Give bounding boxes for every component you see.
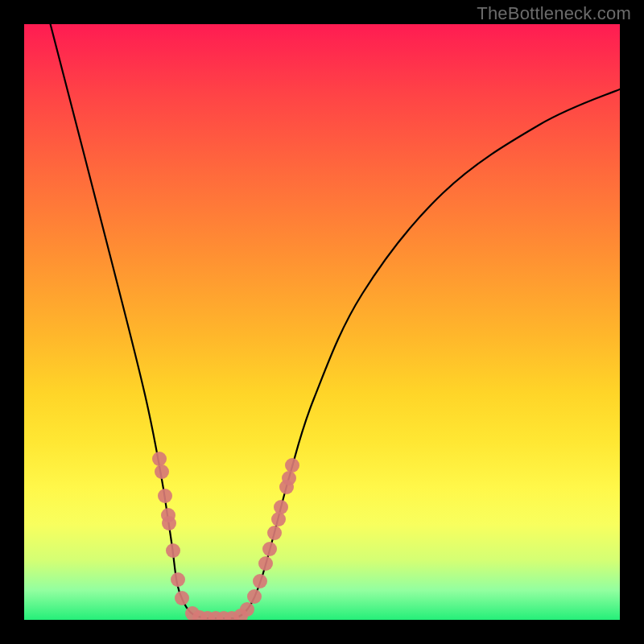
highlight-dot [282, 471, 296, 485]
highlight-dot [247, 589, 262, 604]
highlight-dot [166, 543, 180, 558]
highlight-dot [240, 602, 254, 617]
curve-layer [24, 24, 620, 620]
highlight-dot [253, 574, 267, 588]
curve-left-branch [48, 24, 205, 618]
site-watermark: TheBottleneck.com [477, 3, 631, 24]
highlight-dot [158, 489, 172, 503]
highlight-dot [262, 542, 277, 556]
highlight-dot [162, 516, 176, 530]
plot-area [24, 24, 620, 620]
highlight-dot [267, 526, 282, 540]
highlight-dot [152, 452, 167, 466]
chart-stage: TheBottleneck.com [0, 0, 644, 644]
highlight-dot [274, 500, 288, 514]
highlight-dot [271, 512, 286, 526]
highlight-dot [258, 556, 273, 571]
highlight-dots-group [152, 452, 299, 620]
highlight-dot [171, 572, 185, 587]
highlight-dot [175, 591, 189, 605]
curve-right-branch [235, 89, 620, 618]
highlight-dot [155, 464, 169, 479]
highlight-dot [285, 458, 299, 473]
